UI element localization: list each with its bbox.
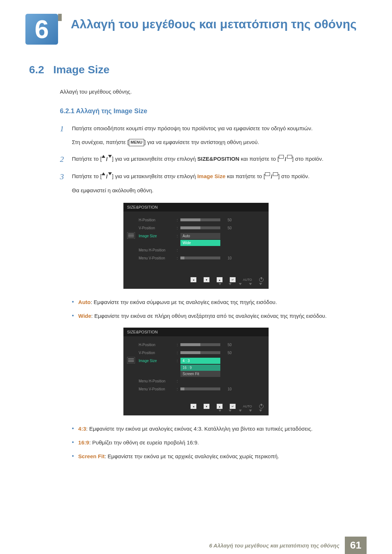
osd-vposition-label: V-Position [139,226,177,230]
subsection-title: 6.2.1 Αλλαγή της Image Size [60,107,367,115]
4-3-keyword: 4:3 [78,426,86,432]
osd-imagesize-label: Image Size [139,234,177,238]
osd-menu-vposition-value: 10 [222,387,232,391]
osd-nav-icon: ↵ [230,404,236,409]
osd-option-auto: Auto [180,233,220,239]
chapter-number: 6 [35,15,49,44]
osd-nav-icon: ▾ [204,277,209,282]
osd-category-icon [127,357,135,364]
step-2: 2 Πατήστε το [/] για να μετακινηθείτε στ… [60,155,367,164]
chapter-badge: 6 [25,11,62,45]
bullet-icon: • [72,312,74,320]
wide-keyword: Wide [78,313,91,319]
size-position-keyword: SIZE&POSITION [197,156,239,162]
bullet-icon: • [72,298,74,307]
osd-auto-label: AUTO [243,278,252,282]
footer-page-number: 61 [345,537,367,554]
osd-menu-vposition-label: Menu V-Position [139,387,177,391]
page-footer: 6 Αλλαγή του μεγέθους και μετατόπιση της… [0,537,392,554]
screen-fit-keyword: Screen Fit [78,453,105,459]
power-icon [259,404,264,409]
step-number: 1 [60,124,66,147]
osd-option-16-9: 16 : 9 [180,365,220,371]
osd-category-icon [127,232,135,239]
enter-icons: / [279,155,292,164]
section-title: Image Size [53,63,110,76]
up-down-arrows-icon: / [102,155,112,164]
osd-hposition-label: H-Position [139,218,177,222]
osd-nav-icon: ↵ [230,277,236,282]
step-1: 1 Πατήστε οποιοδήποτε κουμπί στην πρόσοψ… [60,124,367,147]
osd-menu-hposition-label: Menu H-Position [139,379,177,383]
osd-vposition-value: 50 [222,351,232,355]
enter-icons: / [265,172,278,181]
osd-menu-vposition-value: 10 [222,256,232,260]
bullet-icon: • [72,452,74,461]
osd-nav-icon: ▾ [204,404,209,409]
osd-option-screen-fit: Screen Fit [180,371,220,377]
footer-chapter-text: 6 Αλλαγή του μεγέθους και μετατόπιση της… [0,537,345,554]
16-9-keyword: 16:9 [78,439,89,446]
bullet-icon: • [72,438,74,447]
step-3-caption: Θα εμφανιστεί η ακόλουθη οθόνη. [72,187,154,193]
image-size-keyword: Image Size [197,173,225,179]
chapter-header: 6 Αλλαγή του μεγέθους και μετατόπιση της… [25,11,367,45]
menu-button-icon: MENU [129,139,144,146]
bullet-icon: • [72,424,74,433]
bullet-list-1: •Auto: Εμφανίστε την εικόνα σύμφωνα με τ… [72,298,367,320]
page-content: 6 Αλλαγή του μεγέθους και μετατόπιση της… [0,0,392,461]
step-1-text: Πατήστε οποιοδήποτε κουμπί στην πρόσοψη … [72,125,313,131]
osd-hposition-value: 50 [222,218,232,222]
osd-nav-icon: ◂ [191,277,196,282]
bullet-list-2: •4:3: Εμφανίστε την εικόνα με αναλογίες … [72,424,367,461]
osd-panel-1: SIZE&POSITION H-Position:50 V-Position:5… [123,203,269,289]
osd-auto-label: AUTO [243,405,252,408]
osd-button-bar: ◂ ▾ ▴ ↵ AUTO [123,402,269,410]
osd-option-4-3: 4 : 3 [180,358,220,364]
steps-list: 1 Πατήστε οποιοδήποτε κουμπί στην πρόσοψ… [60,124,367,195]
power-icon [259,278,264,282]
osd-panel-2: SIZE&POSITION H-Position:50 V-Position:5… [123,328,269,415]
osd-title: SIZE&POSITION [123,203,269,212]
osd-nav-icon: ◂ [191,404,196,409]
osd-hposition-label: H-Position [139,343,177,347]
osd-vposition-value: 50 [222,226,232,230]
osd-button-bar: ◂ ▾ ▴ ↵ AUTO [123,275,269,283]
osd-imagesize-label: Image Size [139,359,177,363]
osd-hposition-value: 50 [222,343,232,347]
section-intro: Αλλαγή του μεγέθους οθόνης. [60,89,367,95]
osd-vposition-label: V-Position [139,351,177,355]
section-heading: 6.2 Image Size [25,63,367,76]
osd-nav-icon: ▴ [217,277,222,282]
chapter-title: Αλλαγή του μεγέθους και μετατόπιση της ο… [71,11,356,32]
section-number: 6.2 [29,63,44,76]
step-3: 3 Πατήστε το [/] για να μετακινηθείτε στ… [60,172,367,195]
osd-option-wide: Wide [180,240,220,246]
osd-title: SIZE&POSITION [123,328,269,336]
auto-keyword: Auto [78,299,91,305]
osd-menu-vposition-label: Menu V-Position [139,256,177,260]
step-number: 3 [60,172,66,195]
osd-menu-hposition-label: Menu H-Position [139,248,177,252]
osd-nav-icon: ▴ [217,404,222,409]
step-number: 2 [60,155,66,164]
up-down-arrows-icon: / [102,172,112,181]
